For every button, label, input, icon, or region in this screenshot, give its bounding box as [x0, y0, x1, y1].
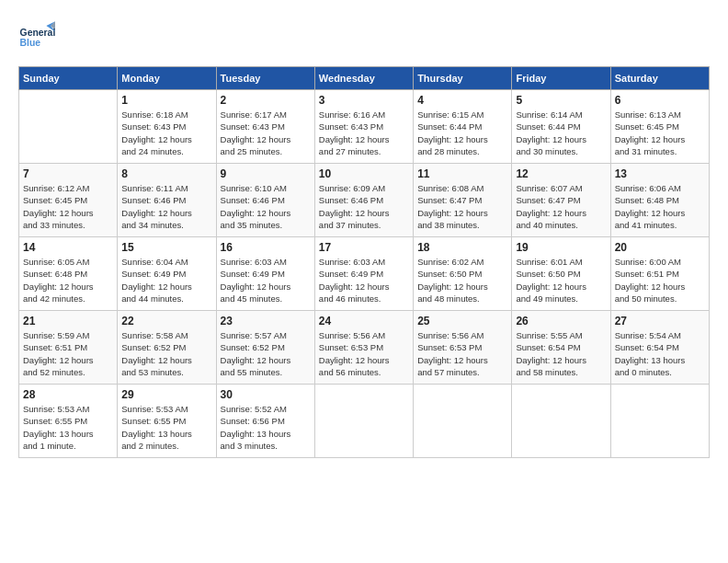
day-info: Sunrise: 6:14 AM Sunset: 6:44 PM Dayligh…	[516, 109, 606, 157]
calendar-cell: 19Sunrise: 6:01 AM Sunset: 6:50 PM Dayli…	[512, 237, 610, 311]
calendar-cell: 9Sunrise: 6:10 AM Sunset: 6:46 PM Daylig…	[216, 164, 314, 237]
day-info: Sunrise: 5:56 AM Sunset: 6:53 PM Dayligh…	[417, 329, 507, 378]
day-number: 12	[516, 167, 606, 180]
calendar-cell: 17Sunrise: 6:03 AM Sunset: 6:49 PM Dayli…	[314, 237, 413, 311]
day-info: Sunrise: 6:11 AM Sunset: 6:46 PM Dayligh…	[121, 182, 211, 231]
day-number: 11	[417, 167, 507, 180]
week-row-5: 28Sunrise: 5:53 AM Sunset: 6:55 PM Dayli…	[19, 385, 710, 458]
day-number: 21	[23, 315, 113, 327]
day-number: 3	[319, 94, 409, 107]
day-info: Sunrise: 6:01 AM Sunset: 6:50 PM Dayligh…	[516, 256, 606, 304]
day-info: Sunrise: 6:10 AM Sunset: 6:46 PM Dayligh…	[221, 182, 311, 231]
day-number: 28	[23, 388, 113, 401]
week-row-2: 7Sunrise: 6:12 AM Sunset: 6:45 PM Daylig…	[19, 164, 710, 237]
day-number: 29	[121, 388, 211, 401]
calendar-cell	[19, 90, 118, 164]
day-info: Sunrise: 5:53 AM Sunset: 6:55 PM Dayligh…	[23, 403, 113, 452]
calendar-cell: 26Sunrise: 5:55 AM Sunset: 6:54 PM Dayli…	[512, 311, 610, 385]
day-info: Sunrise: 6:09 AM Sunset: 6:46 PM Dayligh…	[319, 182, 409, 231]
calendar-table: SundayMondayTuesdayWednesdayThursdayFrid…	[18, 66, 710, 458]
calendar-cell: 5Sunrise: 6:14 AM Sunset: 6:44 PM Daylig…	[512, 90, 610, 164]
day-number: 16	[221, 241, 311, 254]
calendar-cell: 6Sunrise: 6:13 AM Sunset: 6:45 PM Daylig…	[610, 90, 709, 164]
day-info: Sunrise: 5:56 AM Sunset: 6:53 PM Dayligh…	[319, 329, 409, 378]
calendar-cell: 10Sunrise: 6:09 AM Sunset: 6:46 PM Dayli…	[314, 164, 413, 237]
day-info: Sunrise: 6:08 AM Sunset: 6:47 PM Dayligh…	[417, 182, 507, 231]
day-number: 5	[516, 94, 606, 107]
page-header: General Blue	[18, 18, 710, 55]
day-info: Sunrise: 6:03 AM Sunset: 6:49 PM Dayligh…	[221, 256, 311, 304]
day-info: Sunrise: 6:16 AM Sunset: 6:43 PM Dayligh…	[319, 109, 409, 157]
svg-text:General: General	[20, 28, 55, 38]
calendar-cell: 4Sunrise: 6:15 AM Sunset: 6:44 PM Daylig…	[414, 90, 512, 164]
day-info: Sunrise: 6:15 AM Sunset: 6:44 PM Dayligh…	[417, 109, 507, 157]
calendar-cell: 22Sunrise: 5:58 AM Sunset: 6:52 PM Dayli…	[118, 311, 216, 385]
calendar-cell: 18Sunrise: 6:02 AM Sunset: 6:50 PM Dayli…	[414, 237, 512, 311]
day-info: Sunrise: 6:04 AM Sunset: 6:49 PM Dayligh…	[121, 256, 211, 304]
col-header-tuesday: Tuesday	[216, 67, 314, 90]
calendar-cell: 30Sunrise: 5:52 AM Sunset: 6:56 PM Dayli…	[216, 385, 314, 458]
day-info: Sunrise: 5:55 AM Sunset: 6:54 PM Dayligh…	[516, 329, 606, 378]
calendar-header: SundayMondayTuesdayWednesdayThursdayFrid…	[19, 67, 710, 90]
logo: General Blue	[18, 18, 55, 55]
day-info: Sunrise: 5:57 AM Sunset: 6:52 PM Dayligh…	[221, 329, 311, 378]
calendar-cell: 20Sunrise: 6:00 AM Sunset: 6:51 PM Dayli…	[610, 237, 709, 311]
day-number: 22	[121, 315, 211, 327]
col-header-sunday: Sunday	[19, 67, 118, 90]
day-number: 26	[516, 315, 606, 327]
calendar-body: 1Sunrise: 6:18 AM Sunset: 6:43 PM Daylig…	[19, 90, 710, 458]
calendar-cell: 15Sunrise: 6:04 AM Sunset: 6:49 PM Dayli…	[118, 237, 216, 311]
day-number: 24	[319, 315, 409, 327]
calendar-cell: 12Sunrise: 6:07 AM Sunset: 6:47 PM Dayli…	[512, 164, 610, 237]
day-number: 25	[417, 315, 507, 327]
calendar-cell: 7Sunrise: 6:12 AM Sunset: 6:45 PM Daylig…	[19, 164, 118, 237]
week-row-3: 14Sunrise: 6:05 AM Sunset: 6:48 PM Dayli…	[19, 237, 710, 311]
calendar-cell	[414, 385, 512, 458]
day-info: Sunrise: 6:12 AM Sunset: 6:45 PM Dayligh…	[23, 182, 113, 231]
day-info: Sunrise: 6:02 AM Sunset: 6:50 PM Dayligh…	[417, 256, 507, 304]
calendar-cell: 23Sunrise: 5:57 AM Sunset: 6:52 PM Dayli…	[216, 311, 314, 385]
calendar-cell: 8Sunrise: 6:11 AM Sunset: 6:46 PM Daylig…	[118, 164, 216, 237]
col-header-saturday: Saturday	[610, 67, 709, 90]
day-info: Sunrise: 6:00 AM Sunset: 6:51 PM Dayligh…	[615, 256, 705, 304]
day-number: 7	[23, 167, 113, 180]
day-number: 18	[417, 241, 507, 254]
calendar-cell: 16Sunrise: 6:03 AM Sunset: 6:49 PM Dayli…	[216, 237, 314, 311]
calendar-cell: 3Sunrise: 6:16 AM Sunset: 6:43 PM Daylig…	[314, 90, 413, 164]
day-number: 6	[615, 94, 705, 107]
day-info: Sunrise: 5:59 AM Sunset: 6:51 PM Dayligh…	[23, 329, 113, 378]
day-number: 20	[615, 241, 705, 254]
day-info: Sunrise: 6:17 AM Sunset: 6:43 PM Dayligh…	[221, 109, 311, 157]
col-header-friday: Friday	[512, 67, 610, 90]
col-header-thursday: Thursday	[414, 67, 512, 90]
svg-text:Blue: Blue	[20, 38, 41, 48]
calendar-cell: 14Sunrise: 6:05 AM Sunset: 6:48 PM Dayli…	[19, 237, 118, 311]
day-info: Sunrise: 5:58 AM Sunset: 6:52 PM Dayligh…	[121, 329, 211, 378]
day-info: Sunrise: 6:06 AM Sunset: 6:48 PM Dayligh…	[615, 182, 705, 231]
col-header-monday: Monday	[118, 67, 216, 90]
day-info: Sunrise: 6:03 AM Sunset: 6:49 PM Dayligh…	[319, 256, 409, 304]
calendar-cell: 13Sunrise: 6:06 AM Sunset: 6:48 PM Dayli…	[610, 164, 709, 237]
calendar-cell: 1Sunrise: 6:18 AM Sunset: 6:43 PM Daylig…	[118, 90, 216, 164]
day-info: Sunrise: 5:54 AM Sunset: 6:54 PM Dayligh…	[615, 329, 705, 378]
day-info: Sunrise: 5:52 AM Sunset: 6:56 PM Dayligh…	[221, 403, 311, 452]
calendar-cell: 25Sunrise: 5:56 AM Sunset: 6:53 PM Dayli…	[414, 311, 512, 385]
calendar-cell	[314, 385, 413, 458]
day-number: 2	[221, 94, 311, 107]
calendar-cell	[512, 385, 610, 458]
calendar-cell	[610, 385, 709, 458]
week-row-4: 21Sunrise: 5:59 AM Sunset: 6:51 PM Dayli…	[19, 311, 710, 385]
logo-svg: General Blue	[18, 18, 55, 55]
day-number: 10	[319, 167, 409, 180]
day-number: 13	[615, 167, 705, 180]
day-number: 15	[121, 241, 211, 254]
day-number: 8	[121, 167, 211, 180]
calendar-cell: 29Sunrise: 5:53 AM Sunset: 6:55 PM Dayli…	[118, 385, 216, 458]
day-number: 1	[121, 94, 211, 107]
day-number: 27	[615, 315, 705, 327]
calendar-cell: 11Sunrise: 6:08 AM Sunset: 6:47 PM Dayli…	[414, 164, 512, 237]
day-number: 23	[221, 315, 311, 327]
day-number: 9	[221, 167, 311, 180]
calendar-cell: 21Sunrise: 5:59 AM Sunset: 6:51 PM Dayli…	[19, 311, 118, 385]
day-number: 17	[319, 241, 409, 254]
